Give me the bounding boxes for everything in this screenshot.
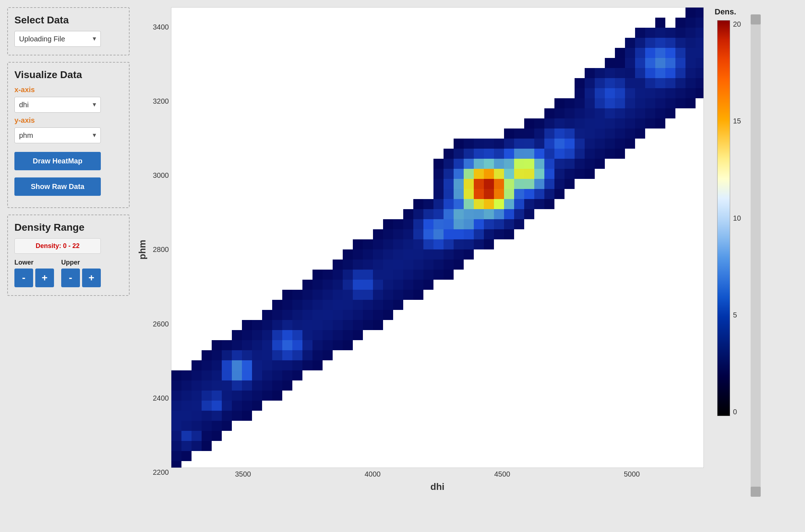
x-axis-label: x-axis	[14, 86, 122, 94]
density-range-section: Density Range Density: 0 - 22 Lower - + …	[7, 215, 130, 296]
upper-buttons: - +	[61, 269, 101, 287]
scrollbar[interactable]	[751, 14, 761, 497]
select-data-section: Select Data Uploading File ▼	[7, 7, 130, 55]
lower-plus-button[interactable]: +	[35, 269, 54, 287]
range-controls: Lower - + Upper - +	[14, 259, 122, 287]
y-axis-select-wrapper: phm ▼	[14, 127, 101, 143]
upper-plus-button[interactable]: +	[82, 269, 101, 287]
x-axis-select[interactable]: dhi	[14, 97, 101, 113]
file-select-wrapper: Uploading File ▼	[14, 31, 101, 47]
y-tick-3000: 3000	[151, 171, 169, 180]
visualize-data-title: Visualize Data	[14, 69, 122, 81]
x-tick-4000: 4000	[365, 470, 381, 478]
density-display: Density: 0 - 22	[14, 238, 101, 254]
density-range-title: Density Range	[14, 222, 122, 233]
chart-area: phm 3400 3200 3000 2800 2600 2400 2200 3…	[137, 7, 798, 525]
y-tick-2200: 2200	[151, 468, 169, 477]
heatmap-chart	[171, 7, 704, 468]
cb-tick-5: 5	[733, 311, 741, 319]
scrollbar-thumb-top[interactable]	[751, 14, 761, 24]
colorbar-section: Dens. 20 15 10 5 0	[715, 7, 743, 416]
left-panel: Select Data Uploading File ▼ Visualize D…	[7, 7, 130, 525]
colorbar-gradient	[717, 20, 730, 416]
draw-heatmap-button[interactable]: Draw HeatMap	[14, 152, 101, 170]
show-raw-data-button[interactable]: Show Raw Data	[14, 177, 101, 196]
y-axis-label: y-axis	[14, 116, 122, 125]
colorbar-ticks: 20 15 10 5 0	[733, 20, 741, 416]
lower-minus-button[interactable]: -	[14, 269, 33, 287]
colorbar-title: Dens.	[715, 7, 736, 17]
x-tick-5000: 5000	[624, 470, 640, 478]
cb-tick-20: 20	[733, 20, 741, 28]
x-axis-select-wrapper: dhi ▼	[14, 97, 101, 113]
y-tick-2400: 2400	[151, 394, 169, 402]
x-tick-3500: 3500	[235, 470, 251, 478]
heatmap-canvas	[171, 8, 703, 468]
lower-buttons: - +	[14, 269, 54, 287]
cb-tick-0: 0	[733, 408, 741, 416]
y-tick-2800: 2800	[151, 245, 169, 254]
y-tick-3200: 3200	[151, 97, 169, 105]
select-data-title: Select Data	[14, 14, 122, 26]
upper-range-group: Upper - +	[61, 259, 101, 287]
y-tick-3400: 3400	[151, 23, 169, 31]
file-select[interactable]: Uploading File	[14, 31, 101, 47]
visualize-data-section: Visualize Data x-axis dhi ▼ y-axis phm ▼…	[7, 62, 130, 208]
cb-tick-10: 10	[733, 214, 741, 222]
upper-label: Upper	[61, 259, 80, 266]
cb-tick-15: 15	[733, 117, 741, 125]
scrollbar-thumb-bottom[interactable]	[751, 487, 761, 497]
upper-minus-button[interactable]: -	[61, 269, 80, 287]
lower-range-group: Lower - +	[14, 259, 54, 287]
colorbar-wrapper: 20 15 10 5 0	[717, 20, 741, 416]
y-tick-2600: 2600	[151, 320, 169, 328]
x-tick-4500: 4500	[494, 470, 511, 478]
y-axis-select[interactable]: phm	[14, 127, 101, 143]
lower-label: Lower	[14, 259, 33, 266]
y-axis-label: phm	[137, 19, 148, 480]
x-axis-label: dhi	[171, 481, 704, 492]
